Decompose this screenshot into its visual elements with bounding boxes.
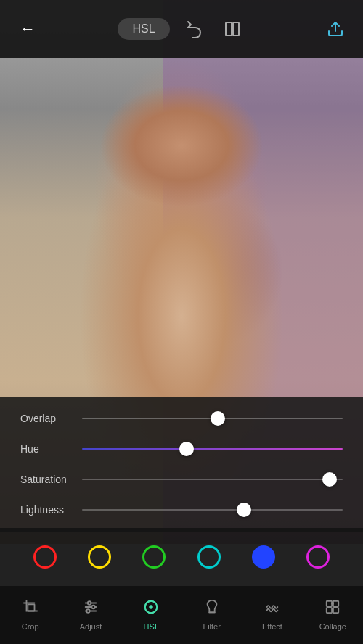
color-cyan[interactable] xyxy=(194,542,224,572)
color-magenta[interactable] xyxy=(303,542,333,572)
crop-icon xyxy=(23,599,38,619)
effect-label: Effect xyxy=(262,622,282,631)
overlap-slider-row: Overlap xyxy=(20,410,343,427)
color-magenta-inner xyxy=(306,545,330,569)
color-red-inner xyxy=(33,545,57,569)
toolbar-title: HSL xyxy=(118,18,169,40)
lightness-track xyxy=(82,509,343,511)
back-button[interactable]: ← xyxy=(15,16,41,42)
toolbar-right xyxy=(322,16,348,42)
hue-track xyxy=(82,448,343,450)
back-icon: ← xyxy=(20,20,36,38)
svg-rect-4 xyxy=(28,604,34,611)
color-blue-inner xyxy=(252,545,275,569)
overlap-track-wrap[interactable] xyxy=(82,410,343,427)
collage-label: Collage xyxy=(319,622,346,631)
saturation-track xyxy=(82,479,343,480)
sliders-panel: Overlap Hue Saturation Lightness xyxy=(0,397,363,532)
svg-rect-16 xyxy=(327,608,332,613)
nav-item-adjust[interactable]: Adjust xyxy=(60,599,121,631)
saturation-label: Saturation xyxy=(20,474,82,485)
nav-item-crop[interactable]: Crop xyxy=(0,599,60,631)
svg-point-8 xyxy=(88,601,91,605)
hue-thumb[interactable] xyxy=(179,442,194,456)
lightness-track-wrap[interactable] xyxy=(82,501,343,519)
overlap-label: Overlap xyxy=(20,413,82,424)
undo-button[interactable] xyxy=(182,16,208,42)
lightness-slider-row: Lightness xyxy=(20,501,343,519)
hue-track-wrap[interactable] xyxy=(82,440,343,458)
upload-button[interactable] xyxy=(322,16,348,42)
saturation-track-wrap[interactable] xyxy=(82,471,343,488)
bottom-nav: Crop Adjust HSL xyxy=(0,586,363,644)
svg-rect-17 xyxy=(333,608,338,613)
adjust-label: Adjust xyxy=(80,622,102,631)
lightness-thumb[interactable] xyxy=(237,503,251,517)
svg-point-10 xyxy=(86,609,90,613)
lightness-label: Lightness xyxy=(20,504,82,516)
filter-icon xyxy=(204,599,220,619)
svg-rect-1 xyxy=(233,22,239,36)
svg-rect-15 xyxy=(333,601,338,606)
nav-item-hsl[interactable]: HSL xyxy=(121,599,182,631)
nav-item-collage[interactable]: Collage xyxy=(303,599,363,631)
color-cyan-inner xyxy=(197,545,221,569)
nav-item-filter[interactable]: Filter xyxy=(182,599,242,631)
overlap-thumb[interactable] xyxy=(211,411,225,426)
effect-icon xyxy=(264,599,280,619)
color-yellow[interactable] xyxy=(84,542,115,572)
nav-item-effect[interactable]: Effect xyxy=(242,599,302,631)
hsl-icon xyxy=(143,599,159,619)
toolbar-center: HSL xyxy=(118,16,245,42)
color-green[interactable] xyxy=(139,542,169,572)
color-yellow-inner xyxy=(88,545,111,569)
color-green-inner xyxy=(142,545,166,569)
saturation-thumb[interactable] xyxy=(322,472,337,487)
filter-label: Filter xyxy=(203,622,220,631)
hue-slider-row: Hue xyxy=(20,440,343,458)
adjust-icon xyxy=(83,599,99,619)
color-blue[interactable] xyxy=(248,542,279,572)
color-red[interactable] xyxy=(30,542,60,572)
saturation-slider-row: Saturation xyxy=(20,471,343,488)
svg-point-12 xyxy=(150,606,152,608)
toolbar-left: ← xyxy=(15,16,41,42)
hue-label: Hue xyxy=(20,443,82,455)
crop-label: Crop xyxy=(22,622,39,631)
top-toolbar: ← HSL xyxy=(0,0,363,58)
collage-icon xyxy=(325,599,340,619)
overlap-track xyxy=(82,418,343,419)
svg-rect-14 xyxy=(327,601,332,606)
colors-panel xyxy=(0,528,363,586)
svg-point-9 xyxy=(91,606,95,609)
hsl-label: HSL xyxy=(144,622,159,631)
compare-button[interactable] xyxy=(219,16,245,42)
svg-rect-0 xyxy=(226,22,232,36)
